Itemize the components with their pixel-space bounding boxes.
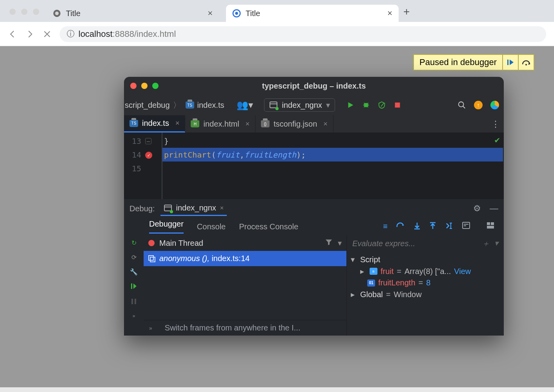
close-session-icon[interactable]: ×: [220, 205, 224, 212]
breadcrumb-file[interactable]: TSindex.ts: [185, 101, 225, 110]
var-name: fruit: [381, 267, 394, 276]
json-file-icon: {}: [261, 120, 270, 127]
thread-status-icon: [148, 240, 155, 246]
ide-window-title: typescript_debug – index.ts: [262, 82, 366, 91]
minimize-panel-icon[interactable]: —: [490, 203, 498, 214]
tab-label: index.html: [203, 120, 239, 129]
tab-process-console[interactable]: Process Console: [239, 222, 298, 231]
svg-rect-19: [491, 222, 494, 225]
show-execution-point-icon[interactable]: ≡: [383, 222, 388, 232]
svg-rect-20: [487, 226, 494, 229]
code-editor[interactable]: ✔ 13– 14 15 } printChart(fruit,fruitLeng…: [124, 132, 504, 199]
frame-icon: [148, 255, 155, 262]
editor-tabs: TS index.ts × H index.html × {} tsconfig…: [124, 115, 504, 132]
code-fn: printChart: [164, 150, 211, 160]
ide-titlebar[interactable]: typescript_debug – index.ts: [124, 77, 504, 95]
var-fruitlength[interactable]: 01 fruitLength = 8: [351, 277, 500, 289]
gutter: 13– 14 15: [124, 132, 162, 199]
fold-handle-icon[interactable]: –: [145, 138, 151, 144]
run-button[interactable]: [346, 101, 355, 109]
inspection-ok-icon[interactable]: ✔: [495, 135, 500, 145]
var-fruit[interactable]: ▸ ≡ fruit = Array(8) ["a... View: [351, 265, 500, 277]
stop-button[interactable]: [393, 101, 402, 109]
eval-placeholder: Evaluate expres...: [352, 239, 415, 248]
view-array-link[interactable]: View: [454, 267, 471, 276]
editor-tab-indexts[interactable]: TS index.ts ×: [124, 115, 185, 132]
step-into-icon[interactable]: [414, 222, 421, 232]
run-coverage-button[interactable]: [377, 101, 386, 109]
search-icon[interactable]: [457, 101, 466, 109]
evaluate-field[interactable]: Evaluate expres... ＋▾: [347, 235, 504, 252]
browser-tab-2[interactable]: Title ×: [226, 5, 399, 22]
minimize-icon[interactable]: [141, 83, 148, 89]
evaluate-expression-icon[interactable]: [462, 222, 470, 232]
gear-icon[interactable]: ⚙: [473, 203, 481, 214]
number-icon: 01: [367, 279, 375, 287]
tab-console[interactable]: Console: [197, 222, 226, 231]
resume-icon[interactable]: [130, 283, 137, 291]
debug-session-tab[interactable]: index_ngnx ×: [160, 201, 227, 216]
svg-point-3: [235, 12, 238, 15]
step-over-icon[interactable]: [396, 222, 405, 232]
run-config-name: index_ngnx: [282, 101, 322, 110]
add-watch-icon[interactable]: ＋: [482, 238, 490, 249]
new-tab-button[interactable]: +: [403, 5, 410, 18]
step-out-icon[interactable]: [429, 222, 436, 232]
chevron-down-icon[interactable]: ▾: [494, 238, 498, 249]
frame-loc: index.ts:14: [211, 254, 250, 263]
ide-traffic-lights: [130, 83, 159, 89]
back-button[interactable]: [8, 29, 17, 39]
update-available-icon[interactable]: ↑: [474, 101, 483, 109]
forward-button[interactable]: [25, 29, 35, 39]
rerun-icon[interactable]: ↻: [131, 239, 137, 247]
refresh-icon[interactable]: ⟳: [131, 254, 137, 261]
code-with-me-icon[interactable]: 👥▾: [237, 100, 253, 111]
toolbox-icon[interactable]: [490, 101, 499, 109]
variables-tree[interactable]: ▾ Script ▸ ≡ fruit = Array(8) ["a... Vie…: [347, 252, 504, 302]
debug-button[interactable]: [362, 101, 370, 109]
tab-debugger[interactable]: Debugger: [149, 220, 184, 234]
filter-icon[interactable]: [325, 238, 332, 248]
close-window-icon[interactable]: [9, 9, 16, 15]
zoom-window-icon[interactable]: [33, 9, 39, 15]
stop-reload-button[interactable]: [42, 29, 52, 39]
close-tab-icon[interactable]: ×: [246, 120, 250, 128]
chevron-down-icon: ▾: [326, 100, 330, 110]
editor-kebab-menu[interactable]: ⋮: [491, 119, 500, 129]
site-info-icon[interactable]: ⓘ: [67, 29, 75, 39]
svg-point-1: [55, 11, 58, 15]
pause-icon[interactable]: [131, 298, 137, 306]
scope-name: Global: [360, 290, 383, 299]
code-area[interactable]: } printChart(fruit,fruitLength);: [162, 132, 504, 199]
wrench-icon[interactable]: 🔧: [130, 268, 138, 276]
editor-tab-indexhtml[interactable]: H index.html ×: [185, 115, 255, 132]
close-tab-icon[interactable]: ×: [323, 120, 328, 128]
debug-footer: » Switch frames from anywhere in the I..…: [144, 320, 346, 336]
close-icon[interactable]: [130, 83, 137, 89]
svg-rect-22: [131, 299, 133, 304]
zoom-icon[interactable]: [152, 83, 159, 89]
run-config-selector[interactable]: index_ngnx ▾: [264, 98, 335, 112]
stack-frame[interactable]: anonymous (), index.ts:14: [144, 251, 346, 266]
breakpoint-icon[interactable]: [145, 152, 152, 159]
debug-body: ↻ ⟳ 🔧 » Main Thread ▾: [124, 235, 504, 336]
run-to-cursor-icon[interactable]: [445, 222, 454, 232]
url-field[interactable]: ⓘ localhost:8888/index.html: [60, 26, 546, 42]
browser-tab-1[interactable]: Title ×: [46, 5, 219, 22]
editor-tab-tsconfig[interactable]: {} tsconfig.json ×: [255, 115, 333, 132]
paused-label: Paused in debugger: [414, 55, 502, 70]
layout-settings-icon[interactable]: [487, 222, 494, 232]
close-tab-icon[interactable]: ×: [208, 8, 213, 18]
resume-button[interactable]: [502, 55, 518, 70]
expand-icon[interactable]: »: [133, 313, 135, 319]
minimize-window-icon[interactable]: [21, 9, 27, 15]
scope-script[interactable]: ▾ Script: [351, 254, 500, 265]
frame-fn: anonymous (): [159, 254, 207, 263]
chevron-down-icon[interactable]: ▾: [338, 238, 342, 248]
step-over-button[interactable]: [518, 55, 534, 70]
close-tab-icon[interactable]: ×: [175, 119, 180, 127]
close-tab-icon[interactable]: ×: [387, 8, 392, 18]
scope-global[interactable]: ▸ Global = Window: [351, 289, 500, 300]
more-tools-icon[interactable]: »: [149, 325, 152, 331]
breadcrumb-project[interactable]: script_debug〉: [124, 100, 182, 111]
